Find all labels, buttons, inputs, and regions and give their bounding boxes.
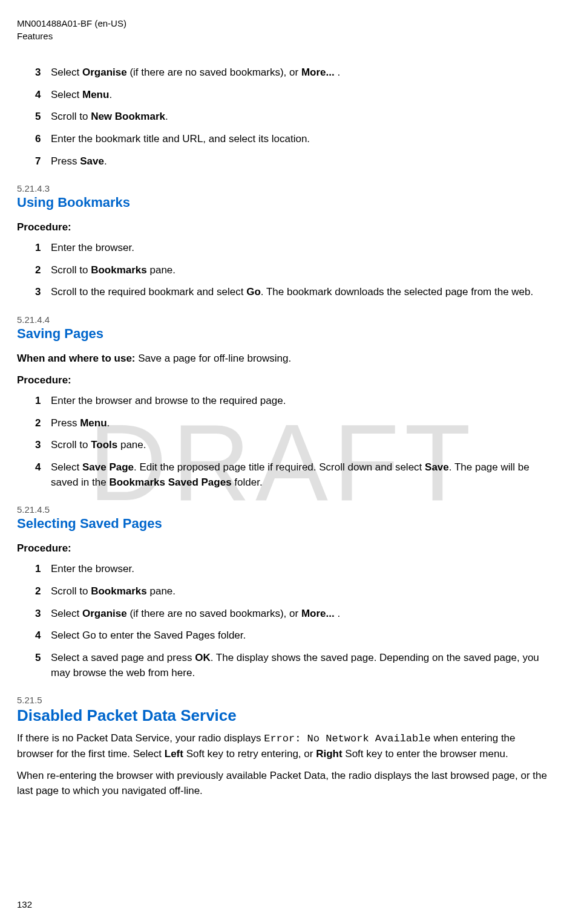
page-header: MN001488A01-BF (en-US) Features	[17, 17, 547, 42]
section-number: 5.21.5	[17, 695, 547, 705]
step-text: Select Organise (if there are no saved b…	[51, 607, 547, 622]
procedure-label: Procedure:	[17, 542, 547, 555]
section-title: Using Bookmarks	[17, 195, 547, 210]
step-text: Scroll to Bookmarks pane.	[51, 584, 547, 599]
step-number: 3	[35, 607, 51, 622]
step-text: Enter the browser and browse to the requ…	[51, 394, 547, 409]
section-number: 5.21.4.5	[17, 504, 547, 515]
list-item: 3 Select Organise (if there are no saved…	[35, 65, 547, 80]
list-item: 3 Select Organise (if there are no saved…	[35, 607, 547, 622]
step-text: Select a saved page and press OK. The di…	[51, 651, 547, 680]
list-item: 3 Scroll to the required bookmark and se…	[35, 285, 547, 300]
doc-section: Features	[17, 30, 547, 42]
step-text: Enter the browser.	[51, 241, 547, 256]
step-number: 1	[35, 241, 51, 256]
step-number: 4	[35, 628, 51, 643]
page-number: 132	[17, 899, 32, 909]
list-item: 3 Scroll to Tools pane.	[35, 438, 547, 453]
step-text: Press Menu.	[51, 416, 547, 431]
page-content: MN001488A01-BF (en-US) Features 3 Select…	[17, 17, 547, 799]
procedure-label: Procedure:	[17, 374, 547, 386]
error-message: Error: No Network Available	[264, 733, 430, 744]
step-text: Select Menu.	[51, 88, 547, 103]
step-number: 2	[35, 263, 51, 278]
section-title: Selecting Saved Pages	[17, 516, 547, 532]
step-number: 1	[35, 394, 51, 409]
step-text: Enter the browser.	[51, 562, 547, 577]
list-item: 4 Select Go to enter the Saved Pages fol…	[35, 628, 547, 643]
list-item: 1 Enter the browser and browse to the re…	[35, 394, 547, 409]
list-item: 2 Scroll to Bookmarks pane.	[35, 584, 547, 599]
list-item: 2 Press Menu.	[35, 416, 547, 431]
initial-steps: 3 Select Organise (if there are no saved…	[17, 65, 547, 169]
step-number: 4	[35, 88, 51, 103]
when-to-use: When and where to use: Save a page for o…	[17, 353, 547, 365]
list-item: 5 Scroll to New Bookmark.	[35, 109, 547, 125]
procedure-steps: 1 Enter the browser. 2 Scroll to Bookmar…	[17, 241, 547, 300]
step-number: 6	[35, 132, 51, 147]
procedure-steps: 1 Enter the browser. 2 Scroll to Bookmar…	[17, 562, 547, 680]
step-number: 5	[35, 651, 51, 680]
section-title: Disabled Packet Data Service	[17, 706, 547, 725]
step-text: Enter the bookmark title and URL, and se…	[51, 132, 547, 147]
doc-id: MN001488A01-BF (en-US)	[17, 17, 547, 30]
step-text: Select Go to enter the Saved Pages folde…	[51, 628, 547, 643]
step-number: 1	[35, 562, 51, 577]
list-item: 4 Select Save Page. Edit the proposed pa…	[35, 460, 547, 490]
step-number: 2	[35, 416, 51, 431]
list-item: 1 Enter the browser.	[35, 241, 547, 256]
list-item: 2 Scroll to Bookmarks pane.	[35, 263, 547, 278]
step-text: Select Save Page. Edit the proposed page…	[51, 460, 547, 490]
section-title: Saving Pages	[17, 326, 547, 342]
procedure-steps: 1 Enter the browser and browse to the re…	[17, 394, 547, 490]
step-text: Select Organise (if there are no saved b…	[51, 65, 547, 80]
step-number: 5	[35, 109, 51, 125]
step-number: 3	[35, 65, 51, 80]
list-item: 1 Enter the browser.	[35, 562, 547, 577]
step-text: Scroll to Bookmarks pane.	[51, 263, 547, 278]
list-item: 6 Enter the bookmark title and URL, and …	[35, 132, 547, 147]
step-text: Scroll to Tools pane.	[51, 438, 547, 453]
step-number: 3	[35, 285, 51, 300]
step-number: 3	[35, 438, 51, 453]
step-text: Scroll to New Bookmark.	[51, 109, 547, 125]
list-item: 5 Select a saved page and press OK. The …	[35, 651, 547, 680]
section-number: 5.21.4.4	[17, 314, 547, 325]
body-paragraph: If there is no Packet Data Service, your…	[17, 731, 547, 761]
section-number: 5.21.4.3	[17, 183, 547, 194]
body-paragraph: When re-entering the browser with previo…	[17, 769, 547, 798]
list-item: 4 Select Menu.	[35, 88, 547, 103]
step-number: 2	[35, 584, 51, 599]
procedure-label: Procedure:	[17, 221, 547, 233]
step-text: Scroll to the required bookmark and sele…	[51, 285, 547, 300]
step-number: 7	[35, 154, 51, 169]
step-text: Press Save.	[51, 154, 547, 169]
step-number: 4	[35, 460, 51, 490]
list-item: 7 Press Save.	[35, 154, 547, 169]
